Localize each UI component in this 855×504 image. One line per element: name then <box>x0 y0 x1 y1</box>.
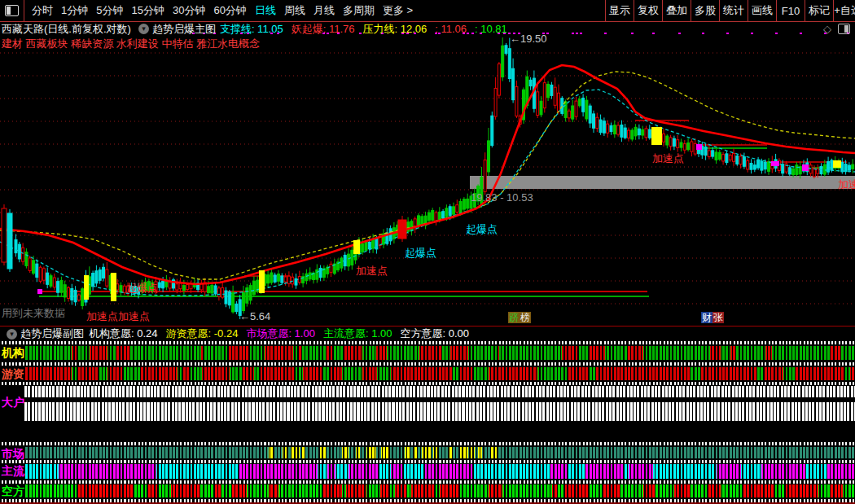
signal-dot <box>652 33 655 34</box>
candle-body <box>603 121 605 134</box>
signal-dot <box>702 33 704 34</box>
value-压力线: 压力线: 12.06 <box>362 23 427 35</box>
signal-dot <box>580 33 582 34</box>
candle-body <box>46 273 49 284</box>
event-badge[interactable]: 财张 <box>701 312 724 323</box>
row-segment <box>346 484 366 497</box>
tab-60分钟[interactable]: 60分钟 <box>209 3 250 18</box>
candle-body <box>575 101 577 116</box>
tab-周线[interactable]: 周线 <box>280 3 309 18</box>
row-segment <box>171 484 200 497</box>
value-支撑线: 支撑线: 11.05 <box>220 23 283 35</box>
candle-body <box>761 161 763 170</box>
range-highlight-band <box>470 176 855 189</box>
candle-body <box>561 99 563 114</box>
row-segment <box>411 484 436 497</box>
toolbar-button-F10[interactable]: F10 <box>776 0 805 21</box>
row-label-zhuliu: 主流 <box>2 464 24 479</box>
row-segment <box>425 464 472 479</box>
candle-body <box>599 120 602 133</box>
candle-body <box>278 274 280 281</box>
signal-dot <box>726 33 729 34</box>
candle-body <box>103 267 105 278</box>
event-badge-char: 榜 <box>520 312 531 323</box>
event-badge[interactable]: 跻榜 <box>508 312 531 323</box>
candle-body <box>330 264 332 272</box>
chevron-circle-icon[interactable]: ▾ <box>138 24 149 34</box>
chart-annotation: 19.83 - 10.53 <box>471 191 533 204</box>
candle-body <box>642 129 644 135</box>
toolbar-button-+自选[interactable]: +自选 <box>833 0 855 21</box>
signal-dot <box>542 33 545 34</box>
toolbar-button-标记[interactable]: 标记 <box>805 0 833 21</box>
candle-body <box>208 287 210 293</box>
tab-分时[interactable]: 分时 <box>28 3 57 18</box>
toolbar-button-统计[interactable]: 统计 <box>719 0 748 21</box>
row-segment <box>116 346 130 360</box>
value-: : 10.81 <box>475 23 507 35</box>
toolbar-button-画线[interactable]: 画线 <box>748 0 776 21</box>
toolbar-button-复权[interactable]: 复权 <box>634 0 662 21</box>
subchart-header: ▾ 趋势启爆副图 机构意愿: 0.24游资意愿: -0.24市场意愿: 1.00… <box>3 327 477 340</box>
tab-月线[interactable]: 月线 <box>309 3 339 18</box>
signal-candle-yellow <box>111 273 116 301</box>
toolbar-divider <box>24 0 24 21</box>
candle-body <box>428 213 430 220</box>
row-segment <box>783 367 795 380</box>
row-label-kongfang: 空方 <box>2 484 24 499</box>
candle-body <box>515 87 518 116</box>
candle-body <box>243 293 245 311</box>
candle-body <box>715 152 717 160</box>
toolbar-button-多股[interactable]: 多股 <box>691 0 719 21</box>
candle-body <box>432 210 434 220</box>
row-band-kongfang <box>24 484 855 497</box>
row-segment <box>562 346 578 360</box>
candle-body <box>585 100 588 119</box>
value-市场意愿: 市场意愿: 1.00 <box>246 327 315 340</box>
candle-body <box>694 143 696 154</box>
candle-body <box>418 216 420 226</box>
chart-annotation: 加速点 <box>356 264 388 278</box>
tab-更多 >[interactable]: 更多 > <box>379 3 417 18</box>
toolbar-button-叠加[interactable]: 叠加 <box>662 0 691 21</box>
row-label-youzi: 游资 <box>2 367 24 382</box>
candle-body <box>669 138 672 147</box>
tab-1分钟[interactable]: 1分钟 <box>57 3 92 18</box>
row-segment <box>627 346 643 360</box>
candle-body <box>36 264 38 277</box>
candle-body <box>438 212 441 219</box>
candle-body <box>739 156 742 164</box>
candle-body <box>53 278 55 287</box>
tab-多周期[interactable]: 多周期 <box>339 3 379 18</box>
candle-body <box>782 164 784 173</box>
tab-5分钟[interactable]: 5分钟 <box>92 3 127 18</box>
title-right-icons: ◇ <box>823 23 850 35</box>
row-segment <box>342 447 349 458</box>
candle-body <box>57 282 59 293</box>
chevron-circle-icon[interactable]: ▾ <box>7 329 17 340</box>
row-segment <box>478 447 482 458</box>
row-segment <box>643 484 656 497</box>
row-segment <box>490 447 497 458</box>
candle-body <box>186 285 189 290</box>
signal-candle-yellow <box>259 270 265 293</box>
row-segment <box>292 447 300 458</box>
concept-tags: 建材 西藏板块 稀缺资源 水利建设 中特估 雅江水电概念 <box>2 37 260 51</box>
row-band-zhuliu <box>24 464 855 479</box>
row-segment <box>765 346 772 360</box>
candle-body <box>610 125 612 131</box>
stock-title: 西藏天路(日线.前复权.对数) <box>2 22 131 37</box>
diamond-icon[interactable]: ◇ <box>823 23 831 35</box>
value-空方意愿: 空方意愿: 0.00 <box>400 327 469 340</box>
candle-body <box>537 92 539 116</box>
candle-body <box>750 164 752 170</box>
window-split-icon[interactable] <box>5 5 19 16</box>
panel-layout-icon[interactable] <box>838 24 850 34</box>
tab-日线[interactable]: 日线 <box>251 3 280 18</box>
toolbar-button-显示[interactable]: 显示 <box>605 0 634 21</box>
row-segment <box>831 484 843 497</box>
candle-body <box>287 276 290 283</box>
candle-body <box>319 268 322 277</box>
tab-15分钟[interactable]: 15分钟 <box>127 3 168 18</box>
tab-30分钟[interactable]: 30分钟 <box>169 3 209 18</box>
